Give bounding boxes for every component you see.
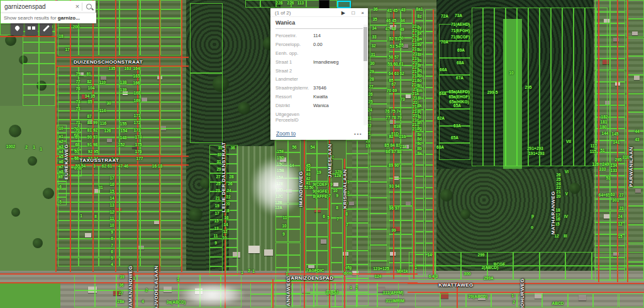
parcel-label: 77 [75, 79, 80, 84]
parcel-label: 8q [417, 68, 422, 72]
parcel [401, 164, 413, 178]
road [115, 0, 116, 272]
maximize-icon[interactable]: □ [352, 10, 355, 16]
parcel-label: 181 [601, 120, 608, 124]
parcel-label: 1 [252, 269, 255, 273]
parcel [140, 202, 161, 212]
selected-parcel[interactable] [337, 1, 351, 8]
parcel [23, 95, 39, 106]
parcel [160, 18, 181, 28]
popup-overflow-icon[interactable]: ••• [354, 131, 362, 137]
parcel-label: 36 [230, 145, 235, 150]
parcel [58, 258, 79, 267]
parcel [58, 212, 79, 221]
search-button[interactable] [82, 1, 96, 13]
tree [569, 183, 580, 194]
parcel [592, 252, 618, 266]
parcel-label: 7 [346, 222, 348, 227]
parcel [140, 18, 161, 28]
zoom-to-link[interactable]: Zoom to [276, 130, 296, 137]
parcel-label: 1 [350, 285, 352, 290]
parcel-label: 141 [613, 140, 620, 144]
parcel [595, 211, 610, 223]
popup-scrollbar[interactable] [364, 25, 367, 125]
parcel-label: 62A [437, 116, 445, 120]
parcel-label: 17 [109, 176, 114, 180]
field-label: Distrikt [275, 103, 313, 108]
parcel-label: 18 [58, 34, 63, 38]
parcel-label: 1 [177, 277, 179, 282]
parcel-label: 1 [133, 276, 135, 280]
parcel-label: 8x [417, 31, 421, 35]
parcel [370, 120, 387, 135]
parcel-label: 8u [417, 47, 422, 52]
parcel-label: 15E [277, 149, 284, 154]
parcel-label: 30 [370, 61, 374, 66]
close-icon[interactable]: × [361, 10, 364, 16]
parcel [260, 0, 275, 8]
cloud [179, 283, 245, 306]
building [248, 246, 260, 253]
tree [28, 156, 37, 166]
road [70, 0, 71, 272]
parcel [160, 230, 181, 239]
field-label: Uitgegeven PerceelsID [275, 111, 313, 123]
parcel-label: 22 [226, 195, 230, 199]
parcel [140, 230, 161, 239]
parcel [626, 225, 644, 244]
parcel-label: 166 [133, 81, 140, 85]
parcel-label: 10 [509, 71, 513, 75]
field-row: Perceelnr.114 [275, 33, 360, 38]
parcel [79, 230, 99, 239]
parcel-label: 177 [136, 156, 143, 161]
parcel-label: ABCD [552, 301, 564, 305]
parcel [626, 0, 644, 19]
parcel [190, 73, 223, 143]
parcel [140, 84, 161, 93]
parcel-label: 226 [287, 1, 294, 5]
parcel [370, 182, 387, 198]
parcel-label: 9 [330, 182, 333, 186]
road [55, 57, 189, 58]
search-suggestion[interactable]: Show search results for garnizo... [1, 13, 96, 23]
parcel-label: 1 [33, 145, 35, 149]
parcel [401, 234, 413, 248]
feature-popup: (1 of 2) ▶ □ × Wanica Perceelnr.114Perce… [270, 8, 368, 140]
popup-header: (1 of 2) ▶ □ × [270, 8, 368, 17]
parcel [415, 221, 424, 232]
parcel [160, 175, 181, 185]
parcel [370, 151, 387, 167]
parcel [58, 248, 79, 258]
parcel [370, 245, 387, 261]
parcel-label: 8o [417, 78, 422, 83]
parcel [306, 209, 317, 223]
parcel [626, 94, 644, 113]
parcel-label: 47 46 [118, 164, 128, 168]
parcel [357, 294, 378, 307]
parcel [513, 266, 540, 280]
parcel-label: 65a(EHGF) [448, 94, 469, 99]
popup-scrollbar-thumb[interactable] [364, 27, 367, 61]
parcel-label: 8h [417, 120, 422, 125]
search-input[interactable] [1, 3, 73, 10]
parcel [370, 214, 387, 229]
parcel [415, 154, 424, 166]
next-feature-icon[interactable]: ▶ [341, 10, 345, 16]
parcel-label: 175 [135, 142, 142, 147]
parcel-label: 25 [368, 100, 372, 104]
parcel [439, 126, 470, 143]
parcel-label: 70 [75, 128, 79, 132]
parcel [574, 8, 585, 166]
parcel-label: 228 [276, 1, 283, 5]
clear-search-icon[interactable]: × [73, 1, 82, 13]
parcel [160, 111, 181, 120]
parcel-label: 3 [93, 164, 96, 168]
parcel-label: 13 [214, 226, 218, 231]
parcel-label: 34 35 [85, 94, 95, 98]
parcel-label: 73 [400, 97, 404, 101]
tree [9, 125, 21, 137]
parcel-label: 20(ABCD) [469, 294, 487, 299]
parcel [593, 294, 618, 307]
street-label-taxusstraat: TAXUSSTRAAT [80, 157, 119, 163]
suggestion-term: garnizo... [58, 15, 80, 21]
